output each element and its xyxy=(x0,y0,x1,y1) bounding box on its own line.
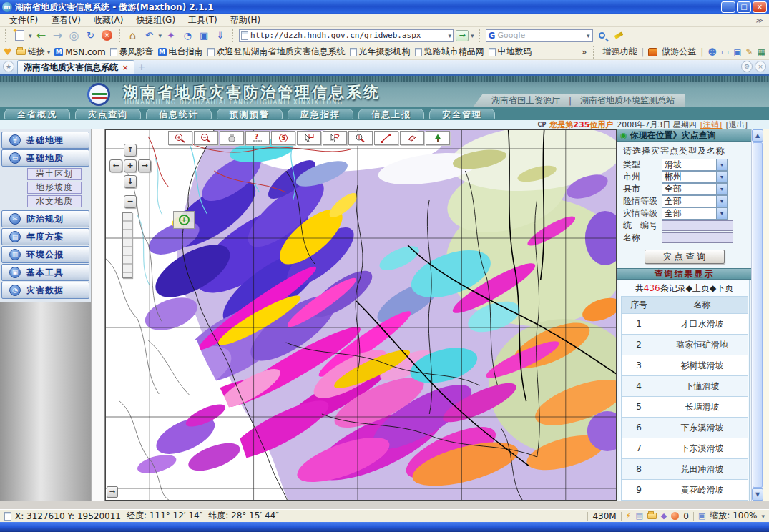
sidebar-item-annual-plan[interactable]: ▤ 年度方案 xyxy=(1,228,89,245)
map-scroll-right-button[interactable]: → xyxy=(107,486,118,498)
code-input[interactable] xyxy=(662,220,733,231)
menu-tools[interactable]: 工具(T) xyxy=(182,14,224,26)
risk-level-select[interactable]: 全部▾ xyxy=(662,195,728,207)
link-manager-icon[interactable]: ▣ xyxy=(197,29,211,43)
forward-icon[interactable]: → xyxy=(51,29,65,43)
select-arrow-icon[interactable]: ▾ xyxy=(716,172,727,182)
shield-icon[interactable]: ◆ xyxy=(661,511,667,521)
pan-tool[interactable] xyxy=(220,131,244,145)
nav-tab-emergency[interactable]: 应急指挥 xyxy=(288,109,353,119)
eraser-tool[interactable] xyxy=(400,131,424,145)
select-shape-tool[interactable] xyxy=(323,131,347,145)
result-row[interactable]: 4下懂滑坡 xyxy=(621,376,748,397)
charity-icon[interactable] xyxy=(648,48,657,56)
link-geo-monitor-station[interactable]: 湖南省地质环境监测总站 xyxy=(580,94,675,107)
charity-button[interactable]: 傲游公益 xyxy=(662,46,696,58)
menu-view[interactable]: 查看(V) xyxy=(44,14,87,26)
search-dropdown-icon[interactable]: ▾ xyxy=(587,32,590,39)
full-extent-tool[interactable]: S xyxy=(271,131,295,145)
link-item[interactable]: 览路城市精品网 xyxy=(415,46,484,58)
nav-tab-forecast[interactable]: 预测预警 xyxy=(217,109,283,119)
history-icon[interactable]: ◔ xyxy=(180,29,195,43)
scroll-down-icon[interactable]: ▼ xyxy=(752,488,763,501)
minimize-button[interactable]: _ xyxy=(721,1,735,13)
folder-icon[interactable] xyxy=(647,513,657,519)
sidebar-item-disaster-data[interactable]: ◔ 灾害数据 xyxy=(1,282,89,299)
pan-left-button[interactable]: ← xyxy=(109,159,122,172)
paint-icon[interactable]: ✎ xyxy=(746,47,753,57)
sidebar-subitem-hydrogeology[interactable]: 水文地质 xyxy=(27,195,82,207)
result-row[interactable]: 5长塘滑坡 xyxy=(621,397,748,418)
measure-tool[interactable]: ? xyxy=(245,131,270,145)
star-icon[interactable]: ★ xyxy=(3,61,14,72)
result-row[interactable]: 1才口水滑坡 xyxy=(621,314,748,335)
refresh-icon[interactable]: ↻ xyxy=(84,29,98,43)
sidebar-subitem-rock-zoning[interactable]: 岩土区划 xyxy=(27,168,82,180)
result-row[interactable]: 8荒田冲滑坡 xyxy=(621,459,748,480)
download-icon[interactable]: ⇓ xyxy=(213,29,227,43)
legend-tree-tool[interactable] xyxy=(426,131,450,145)
pan-down-button[interactable]: ↓ xyxy=(124,175,137,188)
select-arrow-icon[interactable]: ▾ xyxy=(716,196,727,207)
select-arrow-icon[interactable]: ▾ xyxy=(716,159,727,170)
favorites-heart-icon[interactable]: ♥ xyxy=(4,46,12,57)
link-item-msn[interactable]: MMSN.com xyxy=(54,47,105,57)
exit-link[interactable]: [退出] xyxy=(725,119,748,130)
zoom-in-tool[interactable] xyxy=(168,131,192,145)
search-input[interactable]: Google xyxy=(497,31,584,40)
link-land-resources[interactable]: 湖南省国土资源厅 xyxy=(491,94,560,107)
circle-down-icon[interactable]: ◎ xyxy=(67,29,82,43)
link-item[interactable]: 中地数码 xyxy=(489,46,532,58)
link-item[interactable]: 暴风影音 xyxy=(110,46,154,58)
turbo-icon[interactable]: ⚡ xyxy=(626,511,632,521)
pages-icon[interactable]: ▣ xyxy=(733,47,741,57)
map-scale-slider[interactable] xyxy=(122,212,132,278)
zoom-out-tool[interactable] xyxy=(194,131,218,145)
prev-page-link[interactable]: ◆上页 xyxy=(686,282,710,295)
next-page-link[interactable]: ◆下页 xyxy=(710,282,733,295)
new-tab-icon[interactable]: + xyxy=(137,61,145,72)
select-rect-tool[interactable] xyxy=(297,131,321,145)
magic-wand-icon[interactable]: ✦ xyxy=(164,29,178,43)
sidebar-item-env-bulletin[interactable]: ▥ 环境公报 xyxy=(1,246,89,263)
links-folder[interactable]: 链接 ▾ xyxy=(16,46,51,58)
zoom-minus-button[interactable]: − xyxy=(124,195,137,208)
tab-close-icon[interactable]: × xyxy=(122,64,128,72)
scroll-up-icon[interactable]: ▲ xyxy=(752,129,763,142)
select-arrow-icon[interactable]: ▾ xyxy=(716,184,727,194)
search-icon[interactable] xyxy=(599,32,605,39)
pan-right-button[interactable]: → xyxy=(138,159,151,172)
tab-settings-icon[interactable]: ⚙ xyxy=(741,61,753,72)
search-box[interactable]: G Google ▾ xyxy=(486,29,593,42)
home-icon[interactable]: ⌂ xyxy=(126,29,140,43)
result-row[interactable]: 2骆家恒矿滑地 xyxy=(621,335,748,355)
address-dropdown-icon[interactable]: ▾ xyxy=(449,32,452,39)
county-select[interactable]: 全部▾ xyxy=(662,183,728,195)
address-bar[interactable]: http://dzzh.hndh.gov.cn/gridweb.aspx ▾ xyxy=(239,29,454,42)
sidebar-item-prevention-plan[interactable]: ✂ 防治规划 xyxy=(1,210,89,227)
map-viewport[interactable]: ? S ↑ ← + → ↓ − + → xyxy=(105,129,617,501)
undo-icon[interactable]: ↶ xyxy=(142,29,157,43)
go-dropdown-icon[interactable]: ▾ xyxy=(471,32,474,39)
locate-button[interactable]: + xyxy=(173,211,195,229)
result-row[interactable]: 3衫树垅滑坡 xyxy=(621,355,748,376)
sidebar-item-base-geology[interactable]: ▭ 基础地质 xyxy=(1,149,89,167)
result-row[interactable]: 7下东溪滑坡 xyxy=(621,438,748,459)
redline-tool[interactable] xyxy=(374,131,398,145)
city-select[interactable]: 郴州▾ xyxy=(662,171,728,183)
link-item[interactable]: 光年摄影机构 xyxy=(350,46,411,58)
panel-splitter[interactable] xyxy=(91,129,105,501)
result-row[interactable]: 9黄花岭滑坡 xyxy=(621,480,748,501)
select-arrow-icon[interactable]: ▾ xyxy=(716,208,727,219)
disaster-level-select[interactable]: 全部▾ xyxy=(662,207,728,220)
sidebar-subitem-terrain-slope[interactable]: 地形坡度 xyxy=(27,182,82,194)
enhance-button[interactable]: 增强功能 xyxy=(602,46,637,58)
search-engine-icon[interactable]: G xyxy=(489,31,496,41)
name-input[interactable] xyxy=(662,232,733,243)
menu-groups[interactable]: 快捷组(G) xyxy=(129,14,182,26)
tab-close-all-icon[interactable]: × xyxy=(755,61,766,72)
new-page-icon[interactable] xyxy=(15,30,24,41)
nav-tab-report[interactable]: 信息上报 xyxy=(358,109,424,119)
nav-tab-statistics[interactable]: 信息统计 xyxy=(146,109,212,119)
type-select[interactable]: 滑坡▾ xyxy=(662,159,728,171)
